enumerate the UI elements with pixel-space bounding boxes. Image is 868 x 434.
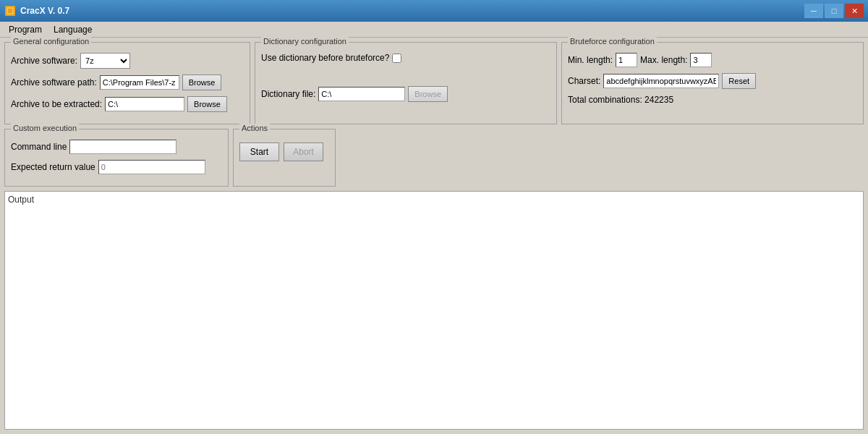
archive-software-select[interactable]: 7z WinRAR WinZip [80, 53, 130, 69]
archive-software-row: Archive software: 7z WinRAR WinZip [11, 53, 244, 69]
title-bar: CracX V. 0.7 ─ □ ✕ [0, 0, 868, 22]
custom-exec-title: Custom execution [11, 124, 79, 132]
archive-path-row: Archive software path: Browse [11, 75, 244, 90]
window-title: CracX V. 0.7 [20, 6, 69, 16]
archive-software-label: Archive software: [11, 56, 77, 66]
expected-return-input[interactable] [98, 160, 205, 174]
use-dict-checkbox[interactable] [392, 54, 401, 63]
abort-button[interactable]: Abort [284, 142, 323, 161]
general-config-panel: General configuration Archive software: … [4, 42, 250, 124]
actions-buttons: Start Abort [239, 142, 329, 161]
total-combinations-row: Total combinations: 242235 [568, 95, 857, 105]
max-length-input[interactable] [690, 53, 712, 67]
archive-extract-row: Archive to be extracted: Browse [11, 96, 244, 112]
expected-return-row: Expected return value [11, 160, 222, 174]
charset-input[interactable] [603, 74, 719, 88]
start-button[interactable]: Start [239, 142, 279, 161]
use-dict-label: Use dictionary before bruteforce? [261, 53, 389, 63]
app-icon [4, 5, 16, 17]
dict-config-panel: Dictionary configuration Use dictionary … [255, 42, 557, 124]
dict-file-input[interactable] [318, 87, 405, 101]
svg-rect-2 [8, 9, 12, 13]
command-line-label: Command line [11, 142, 67, 152]
top-panels: General configuration Archive software: … [4, 42, 864, 124]
archive-extract-browse-button[interactable]: Browse [187, 96, 227, 112]
charset-row: Charset: Reset [568, 73, 857, 89]
dict-config-title: Dictionary configuration [261, 37, 349, 46]
charset-reset-button[interactable]: Reset [722, 73, 756, 89]
use-dict-row: Use dictionary before bruteforce? [261, 53, 550, 63]
dict-file-row: Dictionary file: Browse [261, 86, 550, 102]
archive-path-browse-button[interactable]: Browse [182, 75, 222, 90]
bottom-panels: Custom execution Command line Expected r… [4, 129, 864, 187]
title-bar-left: CracX V. 0.7 [4, 5, 69, 17]
dict-file-label: Dictionary file: [261, 89, 315, 99]
archive-extract-label: Archive to be extracted: [11, 99, 102, 109]
menu-bar: Program Language [0, 22, 868, 38]
main-content: General configuration Archive software: … [0, 38, 868, 434]
expected-return-label: Expected return value [11, 162, 95, 172]
close-button[interactable]: ✕ [845, 4, 864, 18]
dict-file-browse-button[interactable]: Browse [408, 86, 448, 102]
length-row: Min. length: Max. length: [568, 53, 857, 67]
archive-extract-input[interactable] [105, 97, 184, 111]
total-combinations-label: Total combinations: 242235 [568, 95, 673, 105]
archive-path-label: Archive software path: [11, 77, 97, 88]
window-controls: ─ □ ✕ [804, 4, 864, 18]
custom-exec-panel: Custom execution Command line Expected r… [4, 129, 229, 187]
restore-button[interactable]: □ [825, 4, 843, 18]
command-line-row: Command line [11, 140, 222, 154]
archive-path-input[interactable] [100, 75, 179, 90]
menu-program[interactable]: Program [3, 23, 48, 36]
charset-label: Charset: [568, 76, 600, 86]
min-length-input[interactable] [616, 53, 637, 67]
min-length-label: Min. length: [568, 55, 613, 65]
max-length-label: Max. length: [640, 55, 687, 65]
general-config-title: General configuration [11, 37, 91, 46]
actions-panel: Actions Start Abort [233, 129, 336, 187]
brute-config-title: Bruteforce configuration [568, 37, 657, 46]
command-line-input[interactable] [69, 140, 176, 154]
brute-config-panel: Bruteforce configuration Min. length: Ma… [561, 42, 864, 124]
menu-language[interactable]: Language [48, 23, 98, 36]
minimize-button[interactable]: ─ [804, 4, 823, 18]
output-label: Output [8, 195, 34, 205]
actions-title: Actions [239, 124, 270, 132]
output-panel: Output [4, 191, 864, 430]
